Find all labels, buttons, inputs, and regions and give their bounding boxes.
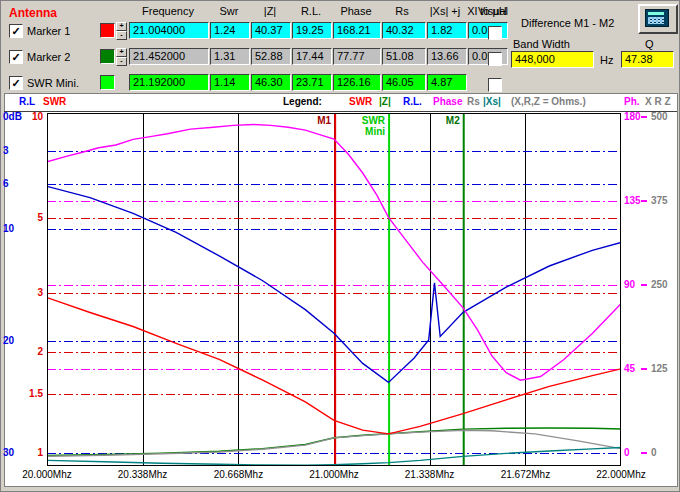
z-field[interactable]: 46.30 [251,74,291,91]
column-header-phase: Phase [333,5,379,17]
chart-legend: R.LSWRLegend:SWR|Z|R.L.PhaseRs|Xs|(X,R,Z… [4,94,677,112]
column-header-rs: Rs [381,5,423,17]
axis-title-phase: Ph. [624,96,640,107]
column-header-swr: Swr [210,5,248,17]
marker1-checkbox[interactable] [9,24,23,38]
marker2-visual-checkbox[interactable] [488,52,502,66]
xs-field[interactable]: 4.87 [427,74,467,91]
legend-title: Legend: [283,96,322,107]
legend-rl: R.L. [403,96,422,107]
z-field[interactable]: 52.88 [251,48,291,65]
antenna-analyzer-window: Antenna Frequency Swr |Z| R.L. Phase Rs … [0,0,680,492]
bandwidth-label: Band Width [513,38,570,50]
rs-field[interactable]: 46.05 [382,74,426,91]
z-field[interactable]: 40.37 [251,22,291,39]
legend-swr: SWR [349,96,372,107]
rs-field[interactable]: 51.08 [382,48,426,65]
rl-field[interactable]: 23.71 [292,74,332,91]
q-value: 47.38 [621,51,674,68]
swr-field[interactable]: 1.14 [210,74,250,91]
marker2-frequency-stepper: + - [116,48,127,65]
calculator-button[interactable] [638,4,678,34]
decrement-button[interactable]: - [116,57,127,66]
column-header-frequency: Frequency [129,5,207,17]
plot-area[interactable] [47,113,621,466]
axis-title-ohms: X R Z [645,96,671,107]
bandwidth-value: 448,000 [511,51,594,68]
xs-field[interactable]: 1.82 [427,22,467,39]
frequency-field[interactable]: 21.192000 [129,74,209,91]
legend-phase: Phase [433,96,462,107]
marker1-visual-checkbox[interactable] [488,26,502,40]
column-header-xs: |Xs| +j [425,5,465,17]
increment-button[interactable]: + [116,22,127,31]
rl-field[interactable]: 17.44 [292,48,332,65]
column-header-rl: R.L. [292,5,330,17]
phase-field[interactable]: 168.21 [333,22,381,39]
legend-xs: |Xs| [483,96,501,107]
increment-button[interactable]: + [116,48,127,57]
calculator-icon [645,9,669,27]
swr-mini-checkbox[interactable] [9,76,23,90]
hz-unit-label: Hz [600,54,613,66]
swr-mini-label: SWR Mini. [27,77,79,89]
legend-units-note: (X,R,Z = Ohms.) [511,96,586,107]
swr-field[interactable]: 1.31 [210,48,250,65]
marker1-color-swatch[interactable] [100,23,115,38]
marker2-checkbox[interactable] [9,50,23,64]
legend-z: |Z| [379,96,391,107]
page-title: Antenna [9,6,57,20]
phase-field[interactable]: 77.77 [333,48,381,65]
q-label: Q [645,38,654,50]
swr-mini-color-swatch[interactable] [100,75,115,90]
axis-title-swr: SWR [43,96,66,107]
rs-field[interactable]: 40.32 [382,22,426,39]
frequency-field[interactable]: 21.452000 [129,48,209,65]
swr-mini-visual-checkbox[interactable] [488,78,502,92]
column-header-visual: Visual [471,5,515,17]
marker2-color-swatch[interactable] [100,49,115,64]
phase-field[interactable]: 126.16 [333,74,381,91]
swr-field[interactable]: 1.24 [210,22,250,39]
marker1-frequency-stepper: + - [116,22,127,39]
marker1-label: Marker 1 [27,25,70,37]
axis-title-rl: R.L [19,96,35,107]
column-header-z: |Z| [251,5,289,17]
xs-field[interactable]: 13.66 [427,48,467,65]
difference-label: Difference M1 - M2 [521,17,614,29]
legend-rs: Rs [467,96,480,107]
marker2-label: Marker 2 [27,51,70,63]
rl-field[interactable]: 19.25 [292,22,332,39]
frequency-field[interactable]: 21.004000 [129,22,209,39]
decrement-button[interactable]: - [116,31,127,40]
